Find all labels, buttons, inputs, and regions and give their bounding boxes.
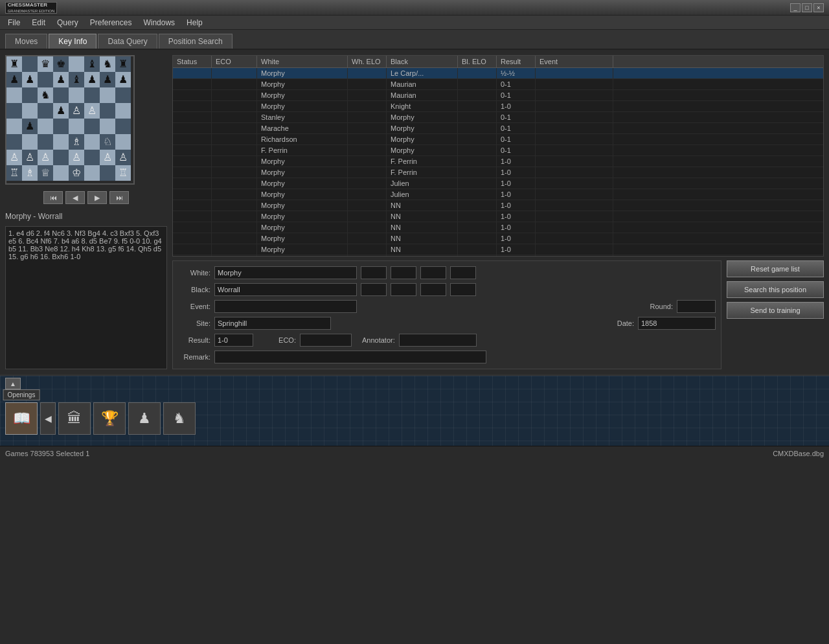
- eco-input[interactable]: [300, 334, 352, 347]
- remark-input[interactable]: [214, 351, 486, 363]
- chessboard-container: ♜♛♚♝♞♜♟♟♟♝♟♟♟♞♟♙♙♟♗♘♙♙♙♙♙♙♖♗♕♔♖: [5, 55, 135, 185]
- cell-black: NN: [387, 255, 458, 256]
- taskbar-laurel-button[interactable]: 🏆: [93, 402, 126, 435]
- minimize-button[interactable]: _: [790, 3, 801, 12]
- cell-white: Morphy: [257, 244, 348, 255]
- send-training-button[interactable]: Send to training: [727, 302, 824, 319]
- menu-help[interactable]: Help: [181, 17, 208, 29]
- round-input[interactable]: [677, 300, 716, 313]
- annotator-input[interactable]: [399, 334, 477, 347]
- chess-cell-3-1: [22, 103, 38, 119]
- cell-black: Maurian: [387, 79, 458, 89]
- taskbar-nav-left-button[interactable]: ◀: [40, 402, 56, 435]
- cell-result: 1-0: [497, 178, 536, 189]
- remark-row: Remark:: [178, 351, 716, 363]
- table-row[interactable]: F. PerrinMorphy0-1: [173, 145, 823, 156]
- white-input[interactable]: [214, 266, 357, 279]
- table-row[interactable]: MorphyNN1-0: [173, 255, 823, 256]
- white-field2[interactable]: [361, 266, 387, 279]
- maximize-button[interactable]: □: [802, 3, 812, 12]
- black-field4[interactable]: [420, 283, 446, 296]
- table-row[interactable]: StanleyMorphy0-1: [173, 112, 823, 123]
- openings-label: Openings: [3, 389, 40, 400]
- cell-blelo: [458, 211, 497, 222]
- tab-positionsearch[interactable]: Position Search: [159, 34, 233, 49]
- cell-event: [536, 123, 613, 133]
- menu-edit[interactable]: Edit: [27, 17, 51, 29]
- cell-status: [173, 123, 212, 133]
- nav-next-button[interactable]: ▶: [87, 191, 107, 204]
- col-header-white: White: [257, 56, 348, 67]
- close-button[interactable]: ×: [813, 3, 824, 12]
- tab-moves[interactable]: Moves: [5, 34, 47, 49]
- table-row[interactable]: MorphyNN1-0: [173, 222, 823, 233]
- white-field3[interactable]: [391, 266, 416, 279]
- cell-eco: [212, 222, 257, 233]
- site-row: Site: Date:: [178, 317, 716, 330]
- cell-whelo: [348, 244, 387, 255]
- black-field5[interactable]: [450, 283, 476, 296]
- cell-black: F. Perrin: [387, 167, 458, 178]
- cell-white: Morphy: [257, 189, 348, 200]
- chess-cell-0-7: ♜: [115, 56, 131, 72]
- black-input[interactable]: [214, 283, 357, 296]
- table-row[interactable]: MorphyMaurian0-1: [173, 79, 823, 90]
- cell-whelo: [348, 123, 387, 133]
- table-row[interactable]: MorphyNN1-0: [173, 211, 823, 222]
- taskbar-building-button[interactable]: 🏛: [58, 402, 91, 435]
- chess-cell-4-2: [38, 119, 53, 134]
- menu-windows[interactable]: Windows: [138, 17, 180, 29]
- chess-cell-6-7: ♙: [115, 150, 131, 165]
- taskbar-board-button[interactable]: ♟: [128, 402, 161, 435]
- taskbar-book-button[interactable]: 📖: [5, 402, 38, 435]
- date-input[interactable]: [638, 317, 716, 330]
- nav-prev-button[interactable]: ◀: [65, 191, 85, 204]
- bottom-section: ▲ Openings 📖 ◀ 🏛 🏆 ♟ ♞: [0, 374, 829, 446]
- white-field4[interactable]: [420, 266, 446, 279]
- menu-preferences[interactable]: Preferences: [85, 17, 137, 29]
- right-panel: Status ECO White Wh. ELO Black Bl. ELO R…: [172, 55, 824, 369]
- taskbar-knight-button[interactable]: ♞: [163, 402, 196, 435]
- menu-file[interactable]: File: [3, 17, 25, 29]
- table-row[interactable]: RichardsonMorphy0-1: [173, 134, 823, 145]
- cell-black: F. Perrin: [387, 156, 458, 167]
- cell-status: [173, 211, 212, 222]
- table-row[interactable]: MorphyNN1-0: [173, 244, 823, 255]
- cell-whelo: [348, 211, 387, 222]
- reset-gamelist-button[interactable]: Reset game list: [727, 260, 824, 277]
- table-row[interactable]: MorphyF. Perrin1-0: [173, 156, 823, 167]
- titlebar-controls[interactable]: _ □ ×: [790, 3, 824, 12]
- chess-cell-7-1: ♗: [22, 165, 38, 181]
- cell-black: Morphy: [387, 134, 458, 144]
- table-row[interactable]: MorphyLe Carp/...½-½: [173, 68, 823, 79]
- event-row: Event: Round:: [178, 300, 716, 313]
- cell-blelo: [458, 79, 497, 89]
- menu-query[interactable]: Query: [52, 17, 84, 29]
- collapse-button[interactable]: ▲: [5, 378, 21, 389]
- table-row[interactable]: MorphyJulien1-0: [173, 189, 823, 200]
- table-row[interactable]: MorphyNN1-0: [173, 200, 823, 211]
- table-row[interactable]: MorphyNN1-0: [173, 233, 823, 244]
- cell-whelo: [348, 134, 387, 144]
- result-input[interactable]: [214, 334, 253, 347]
- event-input[interactable]: [214, 300, 357, 313]
- game-list-body[interactable]: MorphyLe Carp/...½-½MorphyMaurian0-1Morp…: [173, 68, 823, 256]
- cell-event: [536, 156, 613, 167]
- cell-whelo: [348, 189, 387, 200]
- black-field2[interactable]: [361, 283, 387, 296]
- table-row[interactable]: MorphyF. Perrin1-0: [173, 167, 823, 178]
- table-row[interactable]: MaracheMorphy0-1: [173, 123, 823, 134]
- tab-dataquery[interactable]: Data Query: [98, 34, 157, 49]
- white-field5[interactable]: [450, 266, 476, 279]
- nav-start-button[interactable]: ⏮: [43, 191, 63, 204]
- search-position-button[interactable]: Search this position: [727, 281, 824, 298]
- site-input[interactable]: [214, 317, 331, 330]
- table-row[interactable]: MorphyKnight1-0: [173, 101, 823, 112]
- table-row[interactable]: MorphyMaurian0-1: [173, 90, 823, 101]
- chess-cell-1-7: ♟: [115, 72, 131, 87]
- cell-black: Morphy: [387, 123, 458, 133]
- table-row[interactable]: MorphyJulien1-0: [173, 178, 823, 189]
- black-field3[interactable]: [391, 283, 416, 296]
- tab-keyinfo[interactable]: Key Info: [49, 34, 97, 49]
- nav-end-button[interactable]: ⏭: [109, 191, 129, 204]
